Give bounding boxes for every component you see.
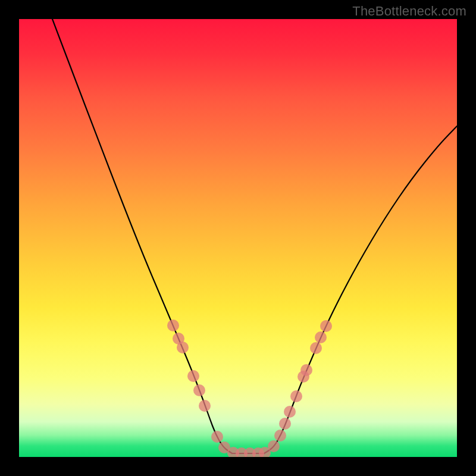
data-marker xyxy=(279,418,291,430)
curve-left xyxy=(52,19,232,453)
data-marker xyxy=(268,440,280,452)
data-marker xyxy=(177,342,189,353)
bottleneck-curve-svg xyxy=(19,19,457,457)
plot-area xyxy=(19,19,457,457)
data-marker xyxy=(187,370,199,382)
curve-group xyxy=(52,19,457,453)
data-marker xyxy=(320,320,332,332)
data-marker xyxy=(274,430,286,441)
watermark-text: TheBottleneck.com xyxy=(352,4,466,19)
data-marker xyxy=(193,384,205,396)
data-marker xyxy=(284,406,296,418)
data-marker xyxy=(315,331,327,343)
data-marker xyxy=(290,390,302,402)
markers-group xyxy=(167,320,332,457)
data-marker xyxy=(310,342,322,354)
curve-right xyxy=(264,126,457,453)
data-marker xyxy=(300,364,312,376)
data-marker xyxy=(211,431,223,443)
chart-frame: TheBottleneck.com xyxy=(0,0,476,476)
data-marker xyxy=(167,320,179,331)
data-marker xyxy=(199,400,211,412)
